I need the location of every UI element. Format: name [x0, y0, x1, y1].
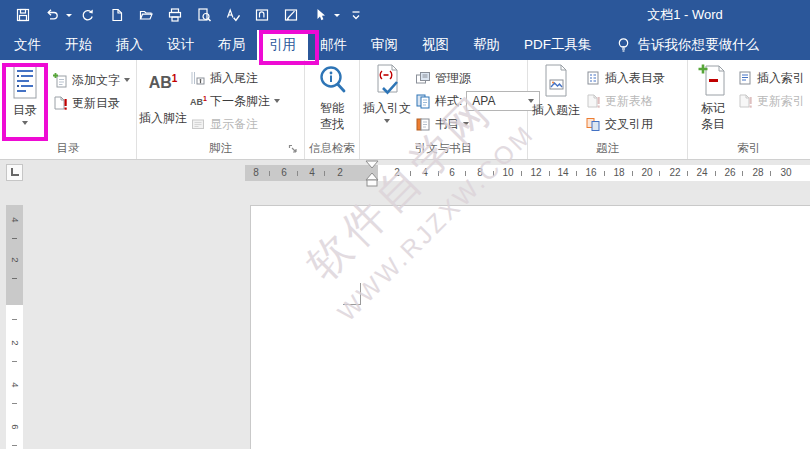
- ruler-number: 2: [389, 165, 405, 181]
- attachment-icon: [254, 7, 270, 23]
- insert-citation-button[interactable]: 插入引文: [364, 63, 410, 145]
- insert-index-button[interactable]: 插入索引: [737, 68, 805, 88]
- tab-design[interactable]: 设计: [155, 30, 206, 60]
- chevron-down-icon[interactable]: [66, 14, 72, 17]
- update-index-icon: [737, 93, 753, 109]
- tab-help[interactable]: 帮助: [461, 30, 512, 60]
- attachment-button[interactable]: [249, 3, 275, 27]
- spelling-button[interactable]: [220, 3, 246, 27]
- redo-button[interactable]: [75, 3, 101, 27]
- tab-insert[interactable]: 插入: [104, 30, 155, 60]
- ruler-ticks: [12, 319, 17, 449]
- smart-lookup-button[interactable]: 智能 查找: [309, 63, 355, 145]
- ribbon: 目录 添加文字 更新目录 目录 AB1 插入脚注: [0, 60, 810, 160]
- cross-reference-button[interactable]: 交叉引用: [585, 114, 653, 134]
- tell-me-box[interactable]: 告诉我你想要做什么: [616, 30, 760, 60]
- horizontal-ruler[interactable]: 8 6 4 2 2 4 6 8 10 12 14 16 18 20 22 24 …: [245, 165, 810, 181]
- tab-file[interactable]: 文件: [2, 30, 53, 60]
- mark-entry-label-2: 条目: [701, 117, 725, 131]
- ruler-ticks: [269, 171, 349, 176]
- tell-me-label: 告诉我你想要做什么: [638, 36, 760, 54]
- tab-stop-selector[interactable]: [6, 164, 23, 181]
- ruler-number: 8: [248, 165, 264, 181]
- undo-button[interactable]: [39, 3, 65, 27]
- toc-button-label: 目录: [13, 103, 37, 117]
- insert-citation-label: 插入引文: [363, 101, 411, 115]
- ribbon-group-toc: 目录 添加文字 更新目录 目录: [0, 60, 137, 159]
- footnotes-dialog-launcher-icon[interactable]: [288, 144, 298, 154]
- chevron-down-icon: [384, 119, 390, 123]
- ribbon-group-captions: 插入题注 插入表目录 更新表格 交叉引用 题注: [528, 60, 688, 159]
- open-folder-icon: [138, 7, 154, 23]
- chevron-down-icon[interactable]: [334, 14, 340, 17]
- open-button[interactable]: [133, 3, 159, 27]
- insert-table-of-figures-button[interactable]: 插入表目录: [585, 68, 665, 88]
- cross-reference-label: 交叉引用: [605, 116, 653, 133]
- print-preview-icon: [196, 7, 212, 23]
- bibliography-icon: [415, 116, 431, 132]
- chevron-down-icon: [22, 121, 28, 125]
- group-label-captions: 题注: [528, 141, 687, 156]
- update-table-label: 更新表格: [605, 93, 653, 110]
- ribbon-group-citations: 插入引文 管理源 样式: APA: [360, 60, 528, 159]
- ribbon-group-research: 智能 查找 信息检索: [305, 60, 360, 159]
- window-title: 文档1 - Word: [540, 0, 810, 30]
- tab-view[interactable]: 视图: [410, 30, 461, 60]
- insert-caption-label: 插入题注: [532, 103, 580, 117]
- toc-button[interactable]: 目录: [2, 63, 48, 145]
- update-table-icon: [585, 93, 601, 109]
- next-footnote-label: 下一条脚注: [210, 93, 270, 110]
- save-button[interactable]: [10, 3, 36, 27]
- add-text-label: 添加文字: [72, 72, 120, 89]
- tab-references[interactable]: 引用: [257, 30, 308, 60]
- document-area: [0, 190, 810, 449]
- print-button[interactable]: [162, 3, 188, 27]
- update-toc-button[interactable]: 更新目录: [52, 93, 120, 113]
- edit-button[interactable]: [278, 3, 304, 27]
- next-footnote-button[interactable]: AB1 下一条脚注: [190, 91, 280, 111]
- quick-access-toolbar: [10, 0, 369, 30]
- insert-footnote-button[interactable]: AB1 插入脚注: [140, 63, 186, 145]
- customize-qat-button[interactable]: [343, 3, 369, 27]
- save-icon: [15, 7, 31, 23]
- document-page[interactable]: [250, 205, 810, 449]
- tab-mailings[interactable]: 邮件: [308, 30, 359, 60]
- indent-markers[interactable]: [364, 160, 380, 188]
- manage-sources-label: 管理源: [435, 70, 471, 87]
- manage-sources-button[interactable]: 管理源: [415, 68, 471, 88]
- add-text-button[interactable]: 添加文字: [52, 70, 130, 90]
- insert-table-of-figures-label: 插入表目录: [605, 70, 665, 87]
- style-icon: [415, 93, 431, 109]
- touch-mode-icon: [312, 7, 328, 23]
- ruler-ticks: [12, 238, 17, 293]
- tab-review[interactable]: 审阅: [359, 30, 410, 60]
- new-document-button[interactable]: [104, 3, 130, 27]
- tab-layout[interactable]: 布局: [206, 30, 257, 60]
- toc-icon: [9, 63, 41, 101]
- insert-footnote-label: 插入脚注: [139, 111, 187, 125]
- tab-pdf-tools[interactable]: PDF工具集: [512, 30, 604, 60]
- tab-home[interactable]: 开始: [53, 30, 104, 60]
- group-label-footnotes: 脚注: [137, 141, 304, 156]
- insert-endnote-button[interactable]: 插入尾注: [190, 68, 258, 88]
- edit-icon: [283, 7, 299, 23]
- bibliography-button[interactable]: 书目: [415, 114, 469, 134]
- mark-entry-button[interactable]: 标记 条目: [690, 63, 736, 145]
- smart-lookup-label-1: 智能: [320, 101, 344, 115]
- redo-icon: [80, 7, 96, 23]
- update-index-label: 更新索引: [757, 93, 805, 110]
- style-row: 样式: APA: [415, 91, 540, 111]
- update-toc-icon: [52, 95, 68, 111]
- next-footnote-icon: AB1: [190, 95, 206, 107]
- style-select-value: APA: [472, 94, 524, 108]
- spelling-check-icon: [225, 7, 241, 23]
- print-preview-button[interactable]: [191, 3, 217, 27]
- ruler-ticks: [410, 171, 795, 176]
- touch-mode-button[interactable]: [307, 3, 333, 27]
- vertical-ruler[interactable]: 4 2 2 4 6: [6, 205, 23, 449]
- new-document-icon: [109, 7, 125, 23]
- insert-caption-button[interactable]: 插入题注: [533, 63, 579, 145]
- group-label-research: 信息检索: [305, 141, 359, 156]
- bibliography-label: 书目: [435, 116, 459, 133]
- show-notes-icon: [190, 116, 206, 132]
